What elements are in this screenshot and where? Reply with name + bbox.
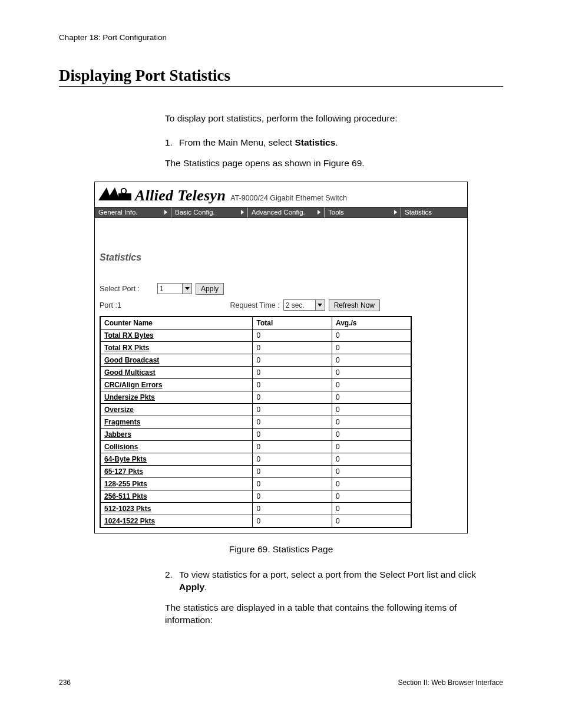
brand-name: Allied Telesyn [135, 187, 226, 205]
step-2: 2. To view statistics for a port, select… [165, 569, 503, 594]
menu-item[interactable]: Statistics [401, 207, 467, 218]
avg-cell: 0 [332, 378, 411, 391]
counter-link[interactable]: Fragments [104, 418, 140, 426]
counter-link[interactable]: Good Multicast [104, 368, 156, 377]
menu-item-label: Statistics [405, 209, 432, 216]
intro-text: To display port statistics, perform the … [165, 113, 503, 125]
total-cell: 0 [253, 477, 332, 490]
menu-item[interactable]: Tools [325, 207, 401, 218]
refresh-button[interactable]: Refresh Now [329, 299, 380, 311]
table-row: CRC/Align Errors00 [100, 378, 411, 391]
counter-cell: Good Broadcast [100, 354, 253, 366]
table-header-row: Counter Name Total Avg./s [100, 317, 411, 330]
step-2-prefix: To view statistics for a port, select a … [179, 569, 476, 579]
menu-arrow-icon [164, 210, 167, 215]
step-2-suffix: . [204, 582, 207, 592]
counter-link[interactable]: 128-255 Pkts [104, 480, 147, 488]
table-row: 65-127 Pkts00 [100, 465, 411, 477]
dropdown-arrow-icon[interactable] [182, 284, 191, 294]
avg-cell: 0 [332, 329, 411, 341]
total-cell: 0 [253, 465, 332, 477]
counter-link[interactable]: Jabbers [104, 430, 131, 439]
figure-caption: Figure 69. Statistics Page [59, 544, 503, 555]
counter-link[interactable]: Good Broadcast [104, 356, 159, 364]
counter-link[interactable]: Oversize [104, 406, 134, 414]
total-cell: 0 [253, 515, 332, 528]
total-cell: 0 [253, 453, 332, 465]
avg-cell: 0 [332, 477, 411, 490]
counter-link[interactable]: Collisions [104, 443, 138, 451]
total-cell: 0 [253, 403, 332, 416]
avg-cell: 0 [332, 428, 411, 440]
step-1-prefix: From the Main Menu, select [179, 137, 295, 147]
port-value: 1 [117, 301, 121, 309]
table-row: Undersize Pkts00 [100, 391, 411, 403]
table-row: 256-511 Pkts00 [100, 490, 411, 502]
step-2-text: To view statistics for a port, select a … [179, 569, 503, 594]
counter-cell: 65-127 Pkts [100, 465, 253, 477]
avg-cell: 0 [332, 515, 411, 528]
counter-cell: CRC/Align Errors [100, 378, 253, 391]
counter-link[interactable]: 64-Byte Pkts [104, 455, 147, 463]
table-row: 128-255 Pkts00 [100, 477, 411, 490]
table-row: Fragments00 [100, 416, 411, 428]
total-cell: 0 [253, 341, 332, 354]
page-number: 236 [59, 678, 71, 687]
avg-cell: 0 [332, 490, 411, 502]
section-label: Section II: Web Browser Interface [398, 678, 503, 687]
table-row: Jabbers00 [100, 428, 411, 440]
counter-link[interactable]: 256-511 Pkts [104, 492, 147, 500]
menu-item[interactable]: Basic Config. [171, 207, 248, 218]
total-cell: 0 [253, 428, 332, 440]
select-port-dropdown[interactable]: 1 [157, 283, 192, 294]
select-port-value: 1 [158, 284, 182, 294]
dropdown-arrow-icon[interactable] [315, 300, 325, 310]
counter-link[interactable]: Total RX Pkts [104, 344, 149, 352]
table-row: Collisions00 [100, 440, 411, 453]
select-port-label: Select Port : [100, 285, 154, 293]
device-header: Allied Telesyn AT-9000/24 Gigabit Ethern… [95, 182, 467, 207]
avg-cell: 0 [332, 366, 411, 378]
counter-cell: Fragments [100, 416, 253, 428]
counter-link[interactable]: 65-127 Pkts [104, 467, 143, 476]
apply-button[interactable]: Apply [196, 283, 224, 295]
counter-link[interactable]: CRC/Align Errors [104, 381, 163, 389]
counter-link[interactable]: Undersize Pkts [104, 393, 155, 401]
counter-cell: 512-1023 Pkts [100, 502, 253, 515]
counter-cell: Undersize Pkts [100, 391, 253, 403]
step-1-suffix: . [335, 137, 338, 147]
menu-item[interactable]: General Info. [95, 207, 171, 218]
menu-item-label: Advanced Config. [252, 209, 305, 216]
counter-link[interactable]: 512-1023 Pkts [104, 505, 151, 513]
request-time-dropdown[interactable]: 2 sec. [283, 299, 325, 311]
section-title: Displaying Port Statistics [59, 67, 503, 87]
counter-link[interactable]: Total RX Bytes [104, 331, 154, 340]
avg-cell: 0 [332, 416, 411, 428]
port-label: Port : [100, 301, 117, 309]
table-row: 512-1023 Pkts00 [100, 502, 411, 515]
menu-arrow-icon [394, 210, 397, 215]
menu-item-label: Basic Config. [175, 209, 215, 216]
table-row: Good Broadcast00 [100, 354, 411, 366]
menu-item[interactable]: Advanced Config. [248, 207, 325, 218]
menu-arrow-icon [241, 210, 244, 215]
counter-cell: Oversize [100, 403, 253, 416]
svg-point-2 [121, 189, 126, 193]
counter-link[interactable]: 1024-1522 Pkts [104, 517, 155, 525]
avg-cell: 0 [332, 354, 411, 366]
counter-cell: Total RX Bytes [100, 329, 253, 341]
step-1-text: From the Main Menu, select Statistics. [179, 137, 503, 149]
step-2-number: 2. [165, 569, 179, 594]
total-cell: 0 [253, 366, 332, 378]
col-avg: Avg./s [332, 317, 411, 330]
counter-cell: 1024-1522 Pkts [100, 515, 253, 528]
table-row: Good Multicast00 [100, 366, 411, 378]
step-2-follow: The statistics are displayed in a table … [165, 602, 503, 627]
figure-69: Allied Telesyn AT-9000/24 Gigabit Ethern… [94, 182, 468, 533]
avg-cell: 0 [332, 440, 411, 453]
svg-rect-3 [118, 193, 131, 200]
col-total: Total [253, 317, 332, 330]
avg-cell: 0 [332, 502, 411, 515]
panel-title: Statistics [100, 252, 462, 263]
avg-cell: 0 [332, 341, 411, 354]
